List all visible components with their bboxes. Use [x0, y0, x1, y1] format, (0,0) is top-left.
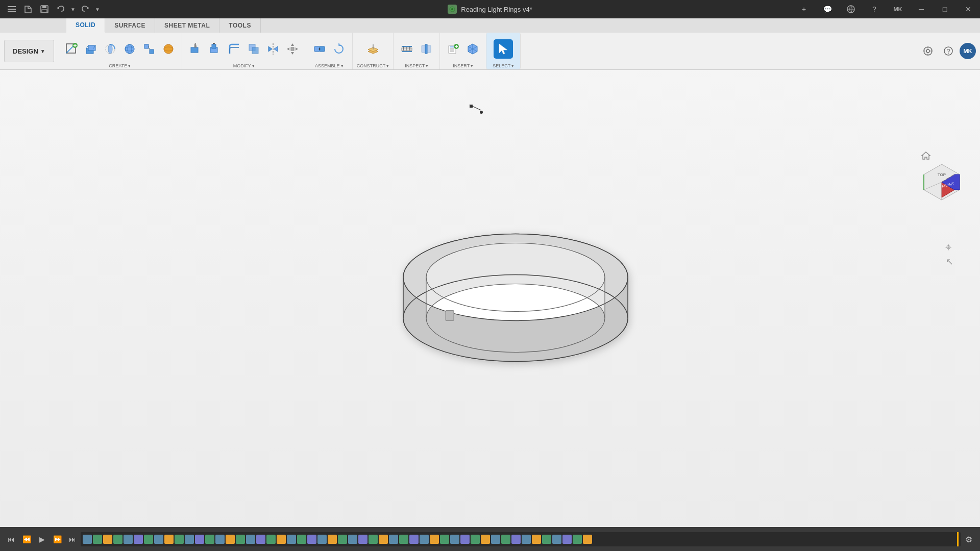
- timeline-item-48[interactable]: [562, 535, 572, 544]
- timeline-item-28[interactable]: [358, 535, 368, 544]
- timeline-item-31[interactable]: [389, 535, 398, 544]
- tab-solid[interactable]: SOLID: [66, 18, 105, 33]
- timeline-item-5[interactable]: [124, 535, 133, 544]
- redo-button[interactable]: [78, 2, 93, 16]
- construct-plane-tool[interactable]: [364, 39, 382, 59]
- timeline-item-12[interactable]: [195, 535, 204, 544]
- press-pull-tool[interactable]: [206, 39, 224, 59]
- home-button[interactable]: [921, 151, 931, 161]
- timeline-item-33[interactable]: [409, 535, 419, 544]
- timeline-item-17[interactable]: [246, 535, 255, 544]
- timeline-item-46[interactable]: [542, 535, 551, 544]
- assemble-label[interactable]: ASSEMBLE ▾: [315, 63, 344, 68]
- timeline-item-38[interactable]: [460, 535, 470, 544]
- timeline-skip-end[interactable]: ⏭: [65, 532, 80, 546]
- timeline-item-3[interactable]: [103, 535, 112, 544]
- modify-label[interactable]: MODIFY ▾: [233, 63, 255, 68]
- timeline-item-13[interactable]: [205, 535, 214, 544]
- combine-tool[interactable]: [244, 39, 263, 59]
- push-pull-tool[interactable]: [186, 39, 205, 59]
- timeline-item-21[interactable]: [287, 535, 296, 544]
- timeline-item-49[interactable]: [573, 535, 582, 544]
- timeline-item-42[interactable]: [501, 535, 510, 544]
- select-tool[interactable]: [491, 36, 516, 62]
- tab-surface[interactable]: SURFACE: [105, 18, 155, 33]
- timeline-item-20[interactable]: [277, 535, 286, 544]
- revolve-tool[interactable]: [101, 39, 119, 59]
- sphere-tool[interactable]: [120, 39, 139, 59]
- scale-tool[interactable]: [140, 39, 158, 59]
- undo-button[interactable]: [53, 2, 68, 16]
- motion-tool[interactable]: [330, 39, 348, 59]
- timeline-next[interactable]: ⏩: [50, 532, 64, 546]
- additive-tool[interactable]: [159, 39, 178, 59]
- design-dropdown[interactable]: DESIGN ▼: [4, 40, 54, 62]
- timeline-item-39[interactable]: [471, 535, 480, 544]
- timeline-item-8[interactable]: [154, 535, 163, 544]
- timeline-item-45[interactable]: [532, 535, 541, 544]
- timeline-item-18[interactable]: [256, 535, 265, 544]
- construct-label[interactable]: CONSTRUCT ▾: [357, 63, 389, 68]
- timeline-item-7[interactable]: [144, 535, 153, 544]
- timeline-item-36[interactable]: [440, 535, 449, 544]
- timeline-item-30[interactable]: [379, 535, 388, 544]
- tab-sheet-metal[interactable]: SHEET METAL: [155, 18, 219, 33]
- insert-svg-tool[interactable]: [444, 39, 462, 59]
- timeline-item-44[interactable]: [522, 535, 531, 544]
- fillet-tool[interactable]: [225, 39, 243, 59]
- extrude-tool[interactable]: [82, 39, 100, 59]
- timeline-item-16[interactable]: [236, 535, 245, 544]
- move-tool[interactable]: [283, 39, 302, 59]
- joint-tool[interactable]: [310, 39, 329, 59]
- timeline-item-1[interactable]: [83, 535, 92, 544]
- minimize-button[interactable]: ─: [910, 0, 933, 18]
- timeline-item-24[interactable]: [317, 535, 327, 544]
- help-button[interactable]: ?: [863, 0, 886, 18]
- chat-button[interactable]: 💬: [816, 0, 839, 18]
- timeline-item-41[interactable]: [491, 535, 500, 544]
- timeline-item-19[interactable]: [266, 535, 276, 544]
- timeline-item-32[interactable]: [399, 535, 408, 544]
- insert-label[interactable]: INSERT ▾: [453, 63, 473, 68]
- timeline-item-27[interactable]: [348, 535, 357, 544]
- create-label[interactable]: CREATE ▾: [109, 63, 131, 68]
- select-label[interactable]: SELECT ▾: [493, 63, 514, 68]
- timeline-item-47[interactable]: [552, 535, 561, 544]
- timeline-item-4[interactable]: [113, 535, 122, 544]
- section-tool[interactable]: [417, 39, 435, 59]
- timeline-item-25[interactable]: [328, 535, 337, 544]
- timeline-play[interactable]: ▶: [35, 532, 49, 546]
- new-tab-button[interactable]: +: [792, 0, 816, 18]
- maximize-button[interactable]: □: [933, 0, 957, 18]
- help-docs-button[interactable]: ?: [939, 42, 958, 60]
- timeline-item-15[interactable]: [226, 535, 235, 544]
- insert-mesh-tool[interactable]: [463, 39, 482, 59]
- timeline-item-9[interactable]: [164, 535, 174, 544]
- new-sketch-tool[interactable]: [62, 39, 81, 59]
- grid-settings-button[interactable]: [919, 42, 937, 60]
- timeline-item-50[interactable]: [583, 535, 592, 544]
- timeline-item-43[interactable]: [511, 535, 521, 544]
- app-menu-button[interactable]: [4, 2, 19, 16]
- timeline-item-34[interactable]: [420, 535, 429, 544]
- timeline-settings[interactable]: ⚙: [962, 532, 976, 546]
- close-button[interactable]: ✕: [957, 0, 980, 18]
- timeline-item-14[interactable]: [215, 535, 225, 544]
- tab-tools[interactable]: TOOLS: [219, 18, 261, 33]
- timeline-item-23[interactable]: [307, 535, 316, 544]
- timeline-prev[interactable]: ⏪: [19, 532, 34, 546]
- timeline-item-11[interactable]: [185, 535, 194, 544]
- timeline-item-10[interactable]: [175, 535, 184, 544]
- timeline-playhead[interactable]: [957, 532, 959, 546]
- timeline-item-37[interactable]: [450, 535, 459, 544]
- timeline-item-40[interactable]: [481, 535, 490, 544]
- user-avatar[interactable]: MK: [960, 43, 976, 59]
- mirror-tool[interactable]: [264, 39, 282, 59]
- online-indicator[interactable]: [839, 0, 863, 18]
- inspect-label[interactable]: INSPECT ▾: [405, 63, 428, 68]
- redo-dropdown[interactable]: ▼: [94, 2, 101, 16]
- measure-tool[interactable]: [398, 39, 416, 59]
- timeline-item-22[interactable]: [297, 535, 306, 544]
- file-menu-button[interactable]: [20, 2, 36, 16]
- timeline-item-29[interactable]: [369, 535, 378, 544]
